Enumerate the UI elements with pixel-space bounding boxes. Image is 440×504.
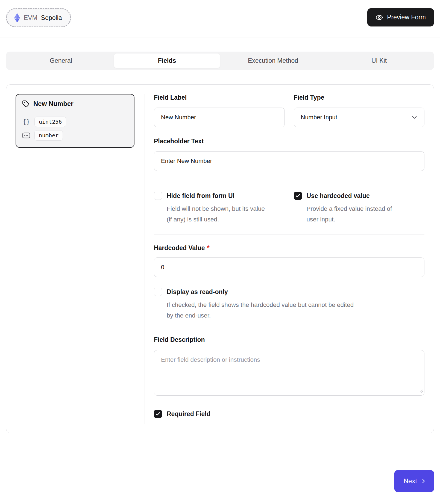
solidity-type-badge: uint256 bbox=[34, 117, 66, 127]
required-field-checkbox-row[interactable]: Required Field bbox=[154, 410, 424, 418]
tab-bar: GeneralFieldsExecution MethodUI Kit bbox=[6, 52, 434, 70]
section-divider bbox=[154, 181, 424, 181]
field-type-value: Number Input bbox=[301, 114, 337, 121]
chain-label: EVM bbox=[24, 14, 37, 22]
field-card-new-number[interactable]: New Number {} uint256 number bbox=[16, 94, 134, 148]
use-hardcoded-checkbox[interactable] bbox=[294, 192, 302, 200]
display-readonly-help: If checked, the field shows the hardcode… bbox=[167, 300, 358, 321]
field-type-row: {} uint256 bbox=[22, 117, 128, 127]
eye-icon bbox=[376, 14, 383, 21]
hide-field-checkbox-row[interactable]: Hide field from form UI bbox=[154, 192, 285, 200]
display-readonly-checkbox-row[interactable]: Display as read-only bbox=[154, 288, 424, 296]
use-hardcoded-checkbox-row[interactable]: Use hardcoded value bbox=[294, 192, 425, 200]
field-card-divider bbox=[22, 112, 128, 112]
hardcoded-value-input[interactable] bbox=[154, 257, 424, 277]
hardcoded-value-label-text: Hardcoded Value bbox=[154, 244, 205, 251]
field-label-input[interactable] bbox=[154, 108, 285, 127]
ethereum-icon bbox=[14, 13, 20, 22]
chevron-right-icon bbox=[420, 478, 427, 484]
required-field-checkbox[interactable] bbox=[154, 410, 162, 418]
field-card-title: New Number bbox=[33, 100, 74, 108]
field-description-textarea[interactable] bbox=[154, 350, 424, 396]
hide-field-help: Field will not be shown, but its value (… bbox=[167, 203, 266, 225]
preview-form-label: Preview Form bbox=[387, 14, 426, 21]
required-asterisk: * bbox=[207, 244, 210, 251]
placeholder-text-label: Placeholder Text bbox=[154, 138, 424, 145]
required-field-label: Required Field bbox=[167, 410, 210, 418]
field-kind-row: number bbox=[22, 130, 128, 141]
field-list-panel: New Number {} uint256 number bbox=[16, 94, 145, 424]
header: EVM Sepolia Preview Form bbox=[0, 0, 440, 37]
field-label-label: Field Label bbox=[154, 94, 285, 101]
network-label: Sepolia bbox=[41, 14, 62, 22]
section-divider-2 bbox=[154, 235, 424, 235]
use-hardcoded-label: Use hardcoded value bbox=[307, 192, 370, 200]
display-readonly-checkbox[interactable] bbox=[154, 288, 162, 296]
input-field-icon bbox=[22, 132, 30, 138]
tab-execution-method[interactable]: Execution Method bbox=[220, 54, 326, 68]
network-badge[interactable]: EVM Sepolia bbox=[6, 8, 71, 27]
hardcoded-value-label: Hardcoded Value* bbox=[154, 244, 424, 252]
chevron-down-icon bbox=[411, 114, 418, 121]
field-settings-panel: Field Label Field Type Number Input Plac… bbox=[145, 94, 424, 424]
braces-icon: {} bbox=[22, 118, 30, 125]
hide-field-label: Hide field from form UI bbox=[167, 192, 234, 200]
display-readonly-label: Display as read-only bbox=[167, 288, 228, 296]
hide-field-checkbox[interactable] bbox=[154, 192, 162, 200]
next-button[interactable]: Next bbox=[394, 470, 434, 492]
tab-general[interactable]: General bbox=[8, 54, 114, 68]
field-type-select[interactable]: Number Input bbox=[294, 108, 425, 127]
field-description-label: Field Description bbox=[154, 336, 424, 343]
tag-icon bbox=[22, 100, 30, 108]
use-hardcoded-help: Provide a fixed value instead of user in… bbox=[307, 203, 400, 225]
tab-ui-kit[interactable]: UI Kit bbox=[326, 54, 432, 68]
tab-fields[interactable]: Fields bbox=[114, 54, 220, 68]
input-kind-badge: number bbox=[34, 130, 63, 141]
next-button-label: Next bbox=[404, 477, 417, 485]
field-type-label: Field Type bbox=[294, 94, 425, 101]
placeholder-text-input[interactable] bbox=[154, 151, 424, 171]
preview-form-button[interactable]: Preview Form bbox=[367, 8, 434, 26]
field-editor-card: New Number {} uint256 number bbox=[6, 84, 434, 433]
